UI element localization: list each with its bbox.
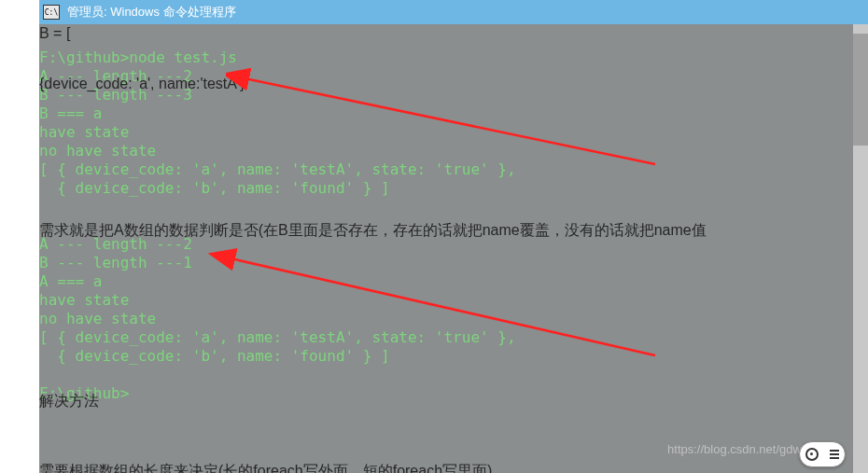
terminal-line: A === a bbox=[39, 272, 868, 291]
terminal-line bbox=[39, 198, 868, 216]
title-bar[interactable]: C:\ 管理员: Windows 命令处理程序 bbox=[39, 0, 868, 24]
cmd-icon: C:\ bbox=[43, 5, 60, 20]
terminal-line: have state bbox=[39, 291, 868, 310]
overlay-requirement: 需求就是把A数组的数据判断是否(在B里面是否存在，存在的话就把name覆盖，没有… bbox=[39, 221, 707, 240]
terminal-line: F:\github> bbox=[39, 384, 868, 403]
terminal-line: no have state bbox=[39, 310, 868, 328]
terminal-line: B === a bbox=[39, 104, 868, 123]
terminal-line: B --- length ---1 bbox=[39, 254, 868, 272]
terminal-line: no have state bbox=[39, 142, 868, 160]
overlay-b-array: B = [ bbox=[39, 24, 70, 43]
scrollbar-thumb[interactable] bbox=[853, 34, 868, 146]
overlay-solution: 解决方法 bbox=[39, 392, 99, 410]
search-icon bbox=[805, 448, 819, 461]
search-widget[interactable] bbox=[799, 441, 846, 467]
terminal-line: [ { device_code: 'a', name: 'testA', sta… bbox=[39, 160, 868, 179]
terminal-line bbox=[39, 366, 868, 384]
overlay-device-a: {device_code: 'a', name:'testA'} bbox=[39, 75, 245, 93]
terminal-line: { device_code: 'b', name: 'found' } ] bbox=[39, 347, 868, 366]
terminal-line: F:\github>node test.js bbox=[39, 49, 868, 67]
overlay-bottom: 需要根据数组的长度来决定(长的foreach写外面，短的foreach写里面) bbox=[39, 462, 492, 473]
terminal-window: C:\ 管理员: Windows 命令处理程序 B = [ {device_co… bbox=[39, 0, 868, 473]
scrollbar[interactable] bbox=[853, 24, 868, 473]
terminal-line: [ { device_code: 'a', name: 'testA', sta… bbox=[39, 328, 868, 347]
terminal-line: { device_code: 'b', name: 'found' } ] bbox=[39, 179, 868, 198]
terminal-body[interactable]: B = [ {device_code: 'a', name:'testA'} 需… bbox=[39, 24, 868, 403]
cmd-icon-text: C:\ bbox=[45, 8, 58, 17]
window-title: 管理员: Windows 命令处理程序 bbox=[67, 4, 236, 21]
terminal-line: have state bbox=[39, 123, 868, 142]
menu-lines-icon bbox=[830, 450, 839, 459]
terminal-line bbox=[39, 30, 868, 49]
